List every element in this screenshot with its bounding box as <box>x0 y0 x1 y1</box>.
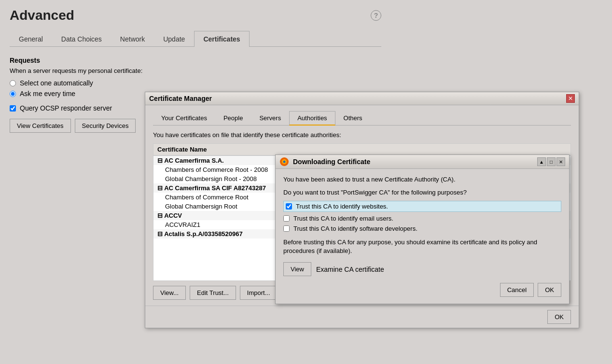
trust-websites-label: Trust this CA to identify websites. <box>296 203 388 210</box>
download-cert-title: Downloading Certificate <box>293 158 370 166</box>
cert-description: You have certificates on file that ident… <box>153 131 571 139</box>
main-tabs-bar: General Data Choices Network Update Cert… <box>10 31 381 47</box>
page-title: Advanced <box>10 8 74 23</box>
view-cert-label: Examine CA certificate <box>316 266 384 273</box>
trust-option-software-row: Trust this CA to identify software devel… <box>283 225 561 232</box>
radio-ask-every-label: Ask me every time <box>20 90 75 98</box>
radio-select-auto-label: Select one automatically <box>20 79 93 87</box>
radio-select-auto-row: Select one automatically <box>10 79 381 87</box>
trust-option-websites-row: Trust this CA to identify websites. <box>283 201 561 212</box>
tab-general[interactable]: General <box>10 31 52 47</box>
cert-manager-titlebar: Certificate Manager ✕ <box>145 92 579 105</box>
cert-tab-authorities[interactable]: Authorities <box>289 111 335 126</box>
cert-column-name: Certificate Name <box>157 146 207 153</box>
trust-software-label: Trust this CA to identify software devel… <box>293 225 417 232</box>
download-title-left: Downloading Certificate <box>279 157 370 167</box>
cert-tab-others[interactable]: Others <box>335 111 371 126</box>
download-ok-button[interactable]: OK <box>538 283 561 297</box>
trust-option-email-row: Trust this CA to identify email users. <box>283 215 561 222</box>
download-cert-body: You have been asked to trust a new Certi… <box>276 169 569 304</box>
trust-websites-checkbox[interactable] <box>286 203 292 210</box>
cert-manager-ok-button[interactable]: OK <box>547 310 571 324</box>
download-cancel-button[interactable]: Cancel <box>500 283 534 297</box>
view-certificates-button[interactable]: View Certificates <box>10 119 71 133</box>
cert-tab-your-certificates[interactable]: Your Certificates <box>153 111 215 126</box>
tab-certificates[interactable]: Certificates <box>194 31 249 47</box>
download-cert-minimize-button[interactable]: ▲ <box>537 157 546 166</box>
download-ask-text: You have been asked to trust a new Certi… <box>283 176 561 183</box>
tab-network[interactable]: Network <box>111 31 154 47</box>
download-cert-window-controls: ▲ □ ✕ <box>537 157 565 166</box>
help-icon[interactable]: ? <box>371 10 381 21</box>
download-cert-close-button[interactable]: ✕ <box>556 157 565 166</box>
trust-email-label: Trust this CA to identify email users. <box>293 215 393 222</box>
cert-tabs-bar: Your Certificates People Servers Authori… <box>153 111 571 126</box>
download-cert-maximize-button[interactable]: □ <box>547 157 556 166</box>
page-title-bar: Advanced ? <box>10 8 381 23</box>
cert-manager-title: Certificate Manager <box>149 95 212 102</box>
trust-software-checkbox[interactable] <box>283 225 290 232</box>
download-cert-dialog: Downloading Certificate ▲ □ ✕ You have b… <box>275 154 570 304</box>
download-question-text: Do you want to trust "PortSwigger CA" fo… <box>283 189 561 196</box>
tab-update[interactable]: Update <box>154 31 194 47</box>
trust-email-checkbox[interactable] <box>283 215 290 222</box>
security-devices-button[interactable]: Security Devices <box>75 119 136 133</box>
view-cert-row: View Examine CA certificate <box>283 262 561 276</box>
download-cert-titlebar: Downloading Certificate ▲ □ ✕ <box>276 155 569 169</box>
cert-tab-servers[interactable]: Servers <box>251 111 289 126</box>
cert-view-button[interactable]: View... <box>153 286 186 300</box>
trust-notice-text: Before trusting this CA for any purpose,… <box>283 238 561 255</box>
ocsp-checkbox[interactable] <box>10 105 16 112</box>
radio-ask-every[interactable] <box>10 91 16 97</box>
cert-tab-people[interactable]: People <box>215 111 251 126</box>
download-cert-buttons: Cancel OK <box>283 283 561 297</box>
cert-manager-close-button[interactable]: ✕ <box>566 94 575 103</box>
view-cert-button[interactable]: View <box>283 262 311 276</box>
cert-table-header: Certificate Name <box>153 143 571 155</box>
cert-import-button[interactable]: Import... <box>240 286 278 300</box>
tab-data-choices[interactable]: Data Choices <box>52 31 111 47</box>
svg-point-2 <box>283 161 286 163</box>
radio-select-auto[interactable] <box>10 80 16 86</box>
cert-edit-trust-button[interactable]: Edit Trust... <box>190 286 236 300</box>
firefox-icon <box>279 157 289 167</box>
requests-subtitle: When a server requests my personal certi… <box>10 67 381 74</box>
ocsp-label: Query OCSP responder server <box>20 104 112 112</box>
requests-title: Requests <box>10 56 381 64</box>
cert-manager-ok-row: OK <box>145 306 579 328</box>
